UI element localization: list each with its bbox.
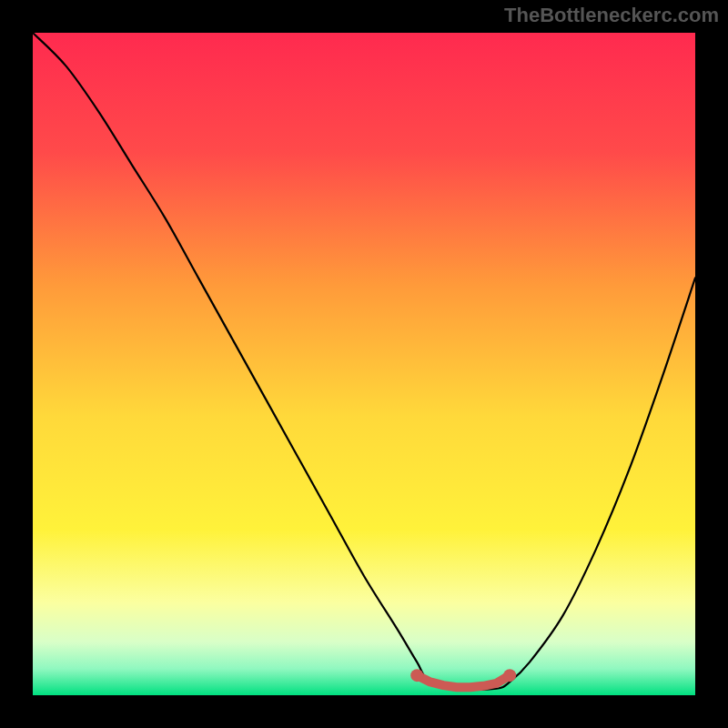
bottleneck-curve-path bbox=[33, 33, 695, 690]
watermark-text: TheBottleneckerc.com bbox=[504, 4, 719, 27]
svg-point-1 bbox=[410, 669, 423, 682]
svg-point-2 bbox=[503, 669, 516, 682]
plot-area bbox=[33, 33, 695, 695]
optimal-range-markers bbox=[410, 669, 516, 687]
chart-curve bbox=[33, 33, 695, 695]
